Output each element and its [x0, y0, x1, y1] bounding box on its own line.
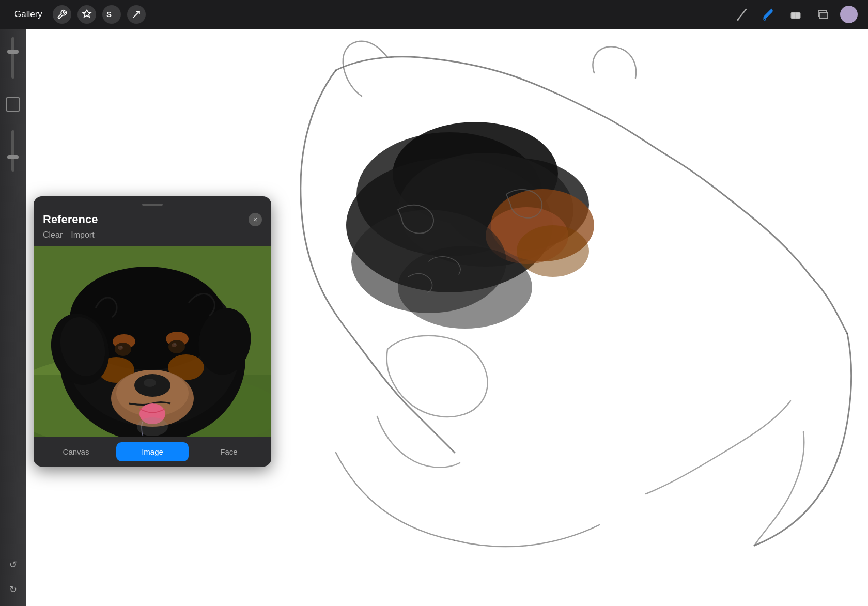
undo-button[interactable]: ↺ — [5, 556, 21, 573]
layers-button[interactable] — [813, 5, 832, 24]
svg-point-18 — [517, 225, 589, 277]
gallery-button[interactable]: Gallery — [10, 7, 47, 22]
tab-image[interactable]: Image — [116, 442, 189, 461]
svg-rect-4 — [791, 12, 800, 19]
opacity-slider-track — [11, 37, 14, 79]
reference-import-button[interactable]: Import — [71, 229, 94, 241]
avatar[interactable] — [840, 6, 858, 23]
reference-image — [34, 246, 271, 437]
brush-tool-button[interactable] — [760, 5, 778, 24]
reference-title-row: Reference × — [43, 213, 262, 226]
svg-rect-7 — [819, 12, 828, 19]
transform-button[interactable] — [127, 5, 146, 24]
svg-point-3 — [737, 19, 739, 21]
reference-panel: Reference × Clear Import — [34, 196, 271, 467]
reference-clear-button[interactable]: Clear — [43, 229, 63, 241]
svg-point-34 — [144, 379, 156, 387]
svg-line-2 — [738, 9, 746, 20]
opacity-slider-thumb[interactable] — [7, 50, 19, 54]
topbar-left: Gallery S — [10, 5, 146, 24]
size-slider-track — [11, 130, 14, 172]
topbar: Gallery S — [0, 0, 868, 29]
wrench-button[interactable] — [53, 5, 71, 24]
redo-button[interactable]: ↻ — [5, 581, 21, 598]
shape-tool-button[interactable] — [6, 97, 20, 112]
svg-point-40 — [120, 346, 122, 348]
pen-tool-button[interactable] — [733, 5, 751, 24]
eraser-tool-button[interactable] — [786, 5, 805, 24]
size-slider-thumb[interactable] — [7, 155, 19, 159]
adjustments-button[interactable] — [78, 5, 96, 24]
tab-canvas[interactable]: Canvas — [40, 442, 112, 461]
reference-actions: Clear Import — [43, 229, 262, 241]
dog-reference-svg — [34, 246, 271, 437]
reference-footer: Canvas Image Face — [34, 437, 271, 467]
svg-point-36 — [115, 343, 131, 356]
svg-point-41 — [174, 343, 176, 345]
reference-close-button[interactable]: × — [249, 213, 262, 226]
reference-panel-title: Reference — [43, 213, 98, 226]
svg-point-37 — [168, 340, 185, 353]
selection-button[interactable]: S — [102, 5, 121, 24]
topbar-right — [733, 5, 858, 24]
svg-point-45 — [137, 417, 168, 436]
svg-text:S: S — [106, 10, 112, 19]
drag-handle[interactable] — [142, 204, 163, 206]
tab-face[interactable]: Face — [193, 442, 265, 461]
left-sidebar: ↺ ↻ — [0, 29, 26, 606]
reference-header: Reference × Clear Import — [34, 196, 271, 246]
svg-line-1 — [133, 11, 140, 18]
svg-point-17 — [398, 246, 532, 329]
